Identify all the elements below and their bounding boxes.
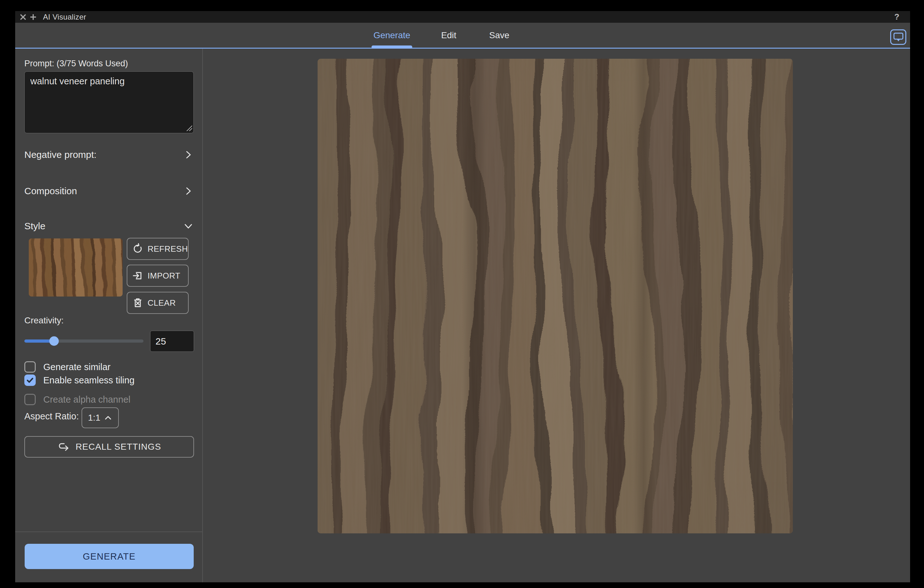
import-label: IMPORT [148, 271, 180, 281]
clear-label: CLEAR [148, 298, 176, 308]
checkbox-enable-seamless-tiling[interactable]: Enable seamless tiling [24, 374, 135, 386]
import-button[interactable]: IMPORT [127, 265, 189, 287]
window-title: AI Visualizer [43, 13, 86, 21]
section-label: Negative prompt: [24, 149, 96, 160]
tab-bar: Generate Edit Save [15, 23, 910, 49]
preview-area [203, 49, 910, 582]
recall-settings-label: RECALL SETTINGS [76, 442, 161, 452]
aspect-ratio-value: 1:1 [88, 413, 101, 423]
checkbox-box [24, 361, 36, 373]
chevron-right-icon [183, 149, 194, 160]
checkbox-label: Create alpha channel [43, 394, 130, 405]
section-label: Style [24, 221, 46, 231]
slider-thumb[interactable] [49, 336, 59, 346]
recall-arrow-icon [57, 442, 70, 451]
chevron-up-icon [104, 414, 112, 422]
refresh-icon [132, 243, 144, 255]
help-icon[interactable]: ? [894, 12, 906, 22]
title-bar: AI Visualizer ? [15, 11, 910, 23]
speech-bubble-icon [893, 31, 904, 43]
checkbox-label: Generate similar [43, 362, 111, 372]
app-window: AI Visualizer ? Generate Edit Save Promp… [15, 11, 910, 582]
prompt-box: walnut veneer paneling [24, 71, 194, 133]
tab-edit[interactable]: Edit [441, 23, 456, 48]
chevron-down-icon [183, 221, 194, 231]
tab-generate[interactable]: Generate [373, 23, 411, 48]
style-reference-thumbnail[interactable] [29, 239, 123, 296]
section-label: Composition [24, 186, 77, 196]
clear-trash-icon [132, 297, 144, 308]
chevron-right-icon [183, 186, 194, 196]
creativity-slider[interactable] [24, 335, 144, 347]
creativity-value-input[interactable]: 25 [150, 331, 194, 352]
checkbox-box [24, 374, 36, 386]
sidebar-bottom-divider [15, 532, 202, 532]
section-negative-prompt[interactable]: Negative prompt: [24, 146, 194, 163]
clear-button[interactable]: CLEAR [127, 292, 189, 314]
settings-sidebar: Prompt: (3/75 Words Used) walnut veneer … [15, 49, 203, 582]
aspect-ratio-label: Aspect Ratio: [24, 411, 79, 422]
recall-settings-button[interactable]: RECALL SETTINGS [24, 436, 194, 458]
refresh-button[interactable]: REFRESH [127, 238, 189, 260]
section-style[interactable]: Style [24, 217, 194, 235]
creativity-label: Creativity: [24, 315, 64, 326]
checkbox-generate-similar[interactable]: Generate similar [24, 361, 111, 373]
checkbox-label: Enable seamless tiling [43, 375, 135, 385]
generate-button[interactable]: GENERATE [25, 544, 194, 569]
tab-save[interactable]: Save [489, 23, 510, 48]
checkbox-box [24, 394, 36, 405]
checkbox-create-alpha-channel[interactable]: Create alpha channel [24, 394, 130, 405]
prompt-input[interactable]: walnut veneer paneling [24, 71, 194, 133]
prompt-label: Prompt: (3/75 Words Used) [24, 59, 128, 69]
import-icon [132, 270, 144, 282]
feedback-button[interactable] [890, 30, 906, 45]
section-composition[interactable]: Composition [24, 182, 194, 200]
refresh-label: REFRESH [148, 244, 188, 254]
check-icon [26, 376, 34, 384]
add-tab-icon[interactable] [29, 13, 37, 21]
aspect-ratio-dropdown[interactable]: 1:1 [81, 407, 119, 428]
close-icon[interactable] [19, 13, 27, 21]
generated-texture-preview[interactable] [318, 59, 793, 534]
slider-track [24, 339, 144, 343]
